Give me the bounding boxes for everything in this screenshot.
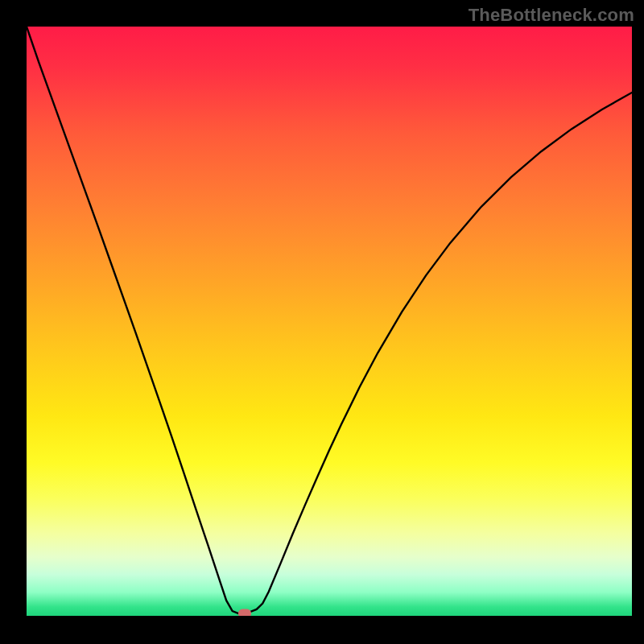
minimum-marker <box>238 609 251 616</box>
watermark-text: TheBottleneck.com <box>469 5 634 26</box>
plot-area <box>27 27 632 616</box>
bottleneck-curve <box>27 27 632 616</box>
chart-frame: TheBottleneck.com <box>0 0 644 644</box>
